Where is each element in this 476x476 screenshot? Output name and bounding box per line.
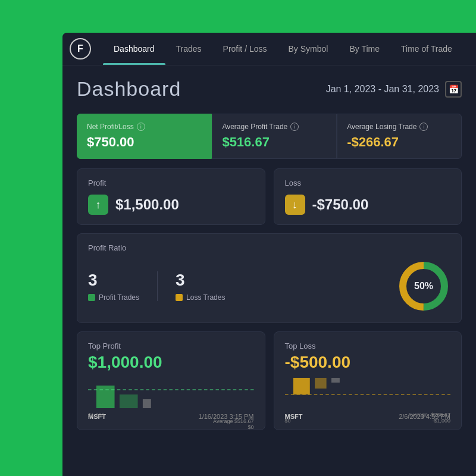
top-profit-axis-top: $1,000 bbox=[88, 412, 105, 418]
loss-value-row: ↓ -$750.00 bbox=[285, 195, 451, 215]
loss-trades-label-row: Loss Trades bbox=[176, 293, 225, 302]
svg-rect-8 bbox=[315, 378, 326, 389]
ratio-card: Profit Ratio 3 Profit Trades 3 bbox=[77, 233, 462, 323]
date-range-text: Jan 1, 2023 - Jan 31, 2023 bbox=[326, 84, 439, 95]
top-profit-chart: $1,000 Average $516.67 $0 bbox=[88, 377, 254, 409]
avg-loss-label: Average Losing Trade i bbox=[347, 123, 452, 131]
avg-profit-label: Average Profit Trade i bbox=[222, 123, 327, 131]
bottom-row: Top Profit $1,000.00 $1,000 bbox=[77, 331, 462, 430]
top-profit-value: $1,000.00 bbox=[88, 353, 254, 372]
date-range-bar: Jan 1, 2023 - Jan 31, 2023 📅 bbox=[326, 81, 462, 98]
net-profit-value: $750.00 bbox=[87, 134, 202, 150]
loss-trades-stat: 3 Loss Trades bbox=[176, 271, 225, 302]
profit-value-row: ↑ $1,500.00 bbox=[88, 195, 254, 215]
nav-item-profit-loss[interactable]: Profit / Loss bbox=[212, 33, 278, 65]
svg-rect-9 bbox=[331, 378, 339, 383]
arrow-up-icon: ↑ bbox=[88, 195, 108, 215]
top-profit-avg-label: Average $516.67 bbox=[213, 418, 253, 424]
nav-item-trades[interactable]: Trades bbox=[165, 33, 212, 65]
stat-cards: Net Profit/Loss i $750.00 Average Profit… bbox=[77, 114, 462, 159]
profit-loss-row: Profit ↑ $1,500.00 Loss ↓ -$750.00 bbox=[77, 168, 462, 225]
top-loss-svg bbox=[285, 377, 451, 409]
svg-rect-3 bbox=[96, 386, 115, 408]
nav-item-by-symbol[interactable]: By Symbol bbox=[277, 33, 339, 65]
stat-card-avg-loss: Average Losing Trade i -$266.67 bbox=[337, 114, 462, 159]
svg-rect-7 bbox=[293, 378, 309, 394]
nav-bar: F Dashboard Trades Profit / Loss By Symb… bbox=[62, 33, 476, 65]
loss-amount: -$750.00 bbox=[312, 196, 369, 213]
loss-card-label: Loss bbox=[285, 178, 451, 187]
app-logo[interactable]: F bbox=[70, 38, 91, 60]
donut-percentage: 50% bbox=[414, 281, 433, 292]
loss-trades-label: Loss Trades bbox=[186, 293, 225, 302]
profit-trades-label: Profit Trades bbox=[99, 293, 139, 302]
avg-profit-value: $516.67 bbox=[222, 134, 327, 150]
profit-trades-stat: 3 Profit Trades bbox=[88, 271, 139, 302]
info-icon-net-profit[interactable]: i bbox=[137, 123, 145, 131]
calendar-icon[interactable]: 📅 bbox=[445, 81, 462, 98]
loss-trades-count: 3 bbox=[176, 271, 225, 290]
loss-card: Loss ↓ -$750.00 bbox=[274, 168, 462, 225]
top-profit-label: Top Profit bbox=[88, 342, 254, 350]
profit-trades-label-row: Profit Trades bbox=[88, 293, 139, 302]
app-container: F Dashboard Trades Profit / Loss By Symb… bbox=[62, 33, 476, 476]
svg-rect-5 bbox=[143, 399, 151, 408]
donut-chart: 50% bbox=[397, 259, 450, 313]
nav-item-by-time[interactable]: By Time bbox=[339, 33, 390, 65]
nav-item-dashboard[interactable]: Dashboard bbox=[103, 33, 165, 65]
ratio-divider bbox=[157, 271, 158, 301]
svg-rect-4 bbox=[120, 394, 138, 408]
top-loss-avg-label: Average -$266.67 bbox=[408, 412, 450, 418]
top-loss-axis-bottom: -$1,000 bbox=[432, 418, 450, 424]
nav-item-time-of-trade[interactable]: Time of Trade bbox=[390, 33, 463, 65]
dot-green bbox=[88, 294, 95, 301]
profit-trades-count: 3 bbox=[88, 271, 139, 290]
avg-loss-value: -$266.67 bbox=[347, 134, 452, 150]
net-profit-label: Net Profit/Loss i bbox=[87, 123, 202, 131]
top-loss-chart: Average -$266.67 $0 -$1,000 bbox=[285, 377, 451, 409]
info-icon-avg-loss[interactable]: i bbox=[419, 123, 428, 131]
top-loss-label: Top Loss bbox=[285, 342, 451, 350]
ratio-label: Profit Ratio bbox=[88, 243, 450, 252]
page-header: Dashboard Jan 1, 2023 - Jan 31, 2023 📅 bbox=[77, 77, 462, 101]
profit-card: Profit ↑ $1,500.00 bbox=[77, 168, 265, 225]
stat-card-net-profit: Net Profit/Loss i $750.00 bbox=[77, 114, 212, 159]
page-title: Dashboard bbox=[77, 77, 181, 101]
top-loss-value: -$500.00 bbox=[285, 353, 451, 372]
stat-card-avg-profit: Average Profit Trade i $516.67 bbox=[212, 114, 337, 159]
main-content: Dashboard Jan 1, 2023 - Jan 31, 2023 📅 N… bbox=[62, 65, 476, 442]
top-profit-card: Top Profit $1,000.00 $1,000 bbox=[77, 331, 265, 430]
nav-items: Dashboard Trades Profit / Loss By Symbol… bbox=[103, 33, 463, 65]
profit-card-label: Profit bbox=[88, 178, 254, 187]
ratio-inner: 3 Profit Trades 3 Loss Trades bbox=[88, 259, 450, 313]
arrow-down-icon: ↓ bbox=[285, 195, 305, 215]
ratio-section: Profit Ratio 3 Profit Trades 3 bbox=[77, 233, 462, 323]
profit-amount: $1,500.00 bbox=[115, 196, 179, 213]
dot-yellow bbox=[176, 294, 183, 301]
info-icon-avg-profit[interactable]: i bbox=[290, 123, 299, 131]
top-loss-axis-top: $0 bbox=[285, 418, 291, 424]
top-profit-axis-bottom: $0 bbox=[248, 424, 253, 430]
top-profit-svg bbox=[88, 377, 254, 409]
top-loss-card: Top Loss -$500.00 Average -$266.67 bbox=[274, 331, 462, 430]
